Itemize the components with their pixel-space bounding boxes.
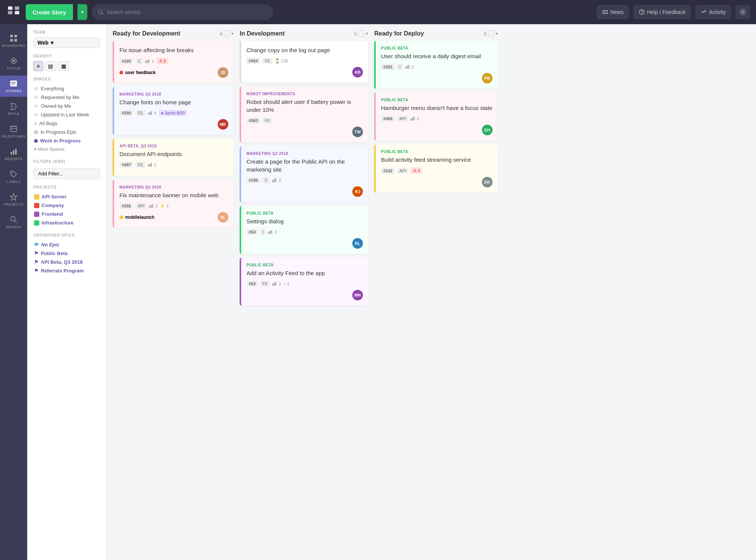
create-story-dropdown[interactable]: ▾ (77, 4, 87, 20)
space-item-owned[interactable]: ☆ Owned by Me (33, 102, 100, 110)
svg-rect-35 (149, 164, 150, 167)
bar-chart-icon (145, 59, 150, 63)
svg-rect-51 (408, 65, 409, 69)
project-item-frontend[interactable]: Frontend (33, 210, 100, 218)
sidebar: DASHBOARD STATUS STORIES EPICS MILESTONE… (0, 24, 27, 560)
sidebar-item-status[interactable]: STATUS (0, 53, 27, 74)
column-checkbox-dev[interactable] (358, 31, 364, 37)
card-daily-digest[interactable]: PUBLIC BETA User should receive a daily … (374, 41, 498, 89)
card-meta: #320 C 1 ⚠ 2 (119, 58, 228, 64)
svg-rect-11 (10, 39, 13, 42)
epic-item-referrals[interactable]: ⚑ Referrals Program (33, 266, 100, 275)
density-btn-list[interactable]: ≡ (33, 61, 43, 71)
svg-rect-2 (15, 6, 19, 10)
project-item-api-server[interactable]: API Server (33, 192, 100, 201)
card-hamburger-menu[interactable]: PUBLIC BETA Hamburger menu doesn't have … (374, 93, 498, 141)
card-footer: MK (119, 119, 228, 130)
column-header-deploy: Ready for Deploy 3 ▾ (374, 30, 498, 37)
more-spaces[interactable]: ▾ More Spaces (33, 145, 100, 153)
avatar: DK (482, 177, 493, 187)
svg-point-8 (742, 11, 744, 13)
spaces-section-title: SPACES (33, 77, 100, 81)
news-icon (602, 9, 608, 15)
epic-item-api-beta[interactable]: ⚑ API Beta, Q3 2018 (33, 258, 100, 266)
epics-section-title: UNFINISHED EPICS (33, 233, 100, 237)
sidebar-item-reports[interactable]: REPORTS (0, 144, 27, 165)
bar-chart-icon (149, 204, 154, 208)
space-item-updated[interactable]: ☆ Updated in Last Week (33, 110, 100, 119)
logo[interactable] (6, 5, 21, 20)
avatar: SL (218, 212, 228, 223)
svg-rect-47 (274, 283, 275, 286)
sidebar-item-dashboard[interactable]: DASHBOARD (0, 30, 27, 51)
space-item-requested[interactable]: ☆ Requested by Me (33, 93, 100, 102)
epic-item-no-epic[interactable]: 👁 No Epic (33, 240, 100, 249)
sidebar-item-search[interactable]: SEARCH (0, 212, 27, 233)
svg-rect-43 (268, 232, 269, 234)
svg-rect-52 (411, 118, 412, 121)
team-selector[interactable]: Web ▾ (33, 37, 100, 48)
card-footer: TW (246, 127, 363, 137)
help-label: Help / Feedback (647, 9, 686, 15)
column-ready-for-development: Ready for Development 4 ▾ Fix issue affe… (113, 30, 234, 554)
svg-rect-44 (270, 231, 271, 234)
activity-button[interactable]: Activity (696, 5, 731, 19)
card-create-api-page[interactable]: MARKETING Q3 2018 Create a page for the … (240, 146, 368, 202)
filters-panel: TEAM Web ▾ DENSITY ≡ ▤ ▦ SPACES ☆ Everyt… (27, 24, 107, 560)
svg-rect-48 (275, 282, 276, 286)
news-button[interactable]: News (597, 5, 629, 19)
add-filter-button[interactable]: Add Filter... (33, 168, 100, 179)
news-label: News (610, 9, 624, 15)
settings-button[interactable] (736, 5, 750, 19)
top-navigation: Create Story ▾ News ? Help / Feedback Ac… (0, 0, 756, 24)
card-activity-feed[interactable]: PUBLIC BETA Add an Activity Feed to the … (240, 258, 368, 306)
search-input[interactable] (107, 9, 267, 15)
card-footer: MN (246, 290, 363, 300)
space-item-progress-epic[interactable]: ⊙ In Progress Epic (33, 128, 100, 136)
svg-rect-41 (274, 179, 275, 182)
card-fix-line-breaks[interactable]: Fix issue affecting line breaks #320 C 1… (113, 41, 234, 83)
sidebar-item-labels[interactable]: LABELS (0, 166, 27, 187)
card-robot[interactable]: ROBOT IMPROVEMENTS Robot should alert us… (240, 87, 368, 142)
svg-rect-45 (271, 230, 272, 234)
density-btn-medium[interactable]: ▤ (45, 61, 56, 71)
create-story-button[interactable]: Create Story (26, 4, 73, 20)
svg-rect-15 (10, 80, 17, 87)
column-checkbox-deploy[interactable] (488, 31, 494, 37)
space-item-everything[interactable]: ☆ Everything (33, 84, 100, 93)
bar-chart-icon (405, 65, 411, 69)
svg-rect-53 (412, 118, 413, 121)
svg-rect-10 (14, 35, 17, 37)
card-settings-dialog[interactable]: PUBLIC BETA Settings dialog #54 I 2 KL (240, 206, 368, 254)
card-footer: KL (246, 238, 363, 249)
bar-chart-icon (148, 111, 153, 115)
card-footer: mobilelaunch SL (119, 212, 228, 223)
space-item-work-in-progress[interactable]: Work in Progress (33, 136, 100, 145)
column-header-dev: In Development 5 ▾ (240, 30, 368, 37)
column-checkbox-ready[interactable] (224, 31, 230, 37)
avatar: PB (482, 73, 493, 84)
space-item-bugs[interactable]: ○ All Bugs (33, 119, 100, 128)
card-meta: #469 API 2 (381, 116, 493, 122)
card-document-api[interactable]: API BETA, Q3 2018 Document API endpoints… (113, 139, 234, 176)
card-fix-banner[interactable]: MARKETING Q3 2018 Fix maintenance banner… (113, 180, 234, 228)
help-button[interactable]: ? Help / Feedback (634, 5, 691, 19)
svg-rect-34 (148, 164, 149, 167)
sidebar-item-projects[interactable]: PROJECTS (0, 189, 27, 210)
card-change-fonts[interactable]: MARKETING Q3 2018 Change fonts on home p… (113, 87, 234, 135)
svg-rect-50 (407, 66, 408, 69)
epic-item-public-beta[interactable]: ⚑ Public Beta (33, 249, 100, 258)
project-item-company[interactable]: Company (33, 201, 100, 210)
column-cards-ready: Fix issue affecting line breaks #320 C 1… (113, 41, 234, 228)
card-change-copy[interactable]: Change copy on the log out page #454 FE … (240, 41, 368, 83)
main-layout: DASHBOARD STATUS STORIES EPICS MILESTONE… (0, 24, 756, 560)
svg-rect-40 (272, 180, 273, 182)
project-item-infrastructure[interactable]: Infrastructure (33, 218, 100, 227)
card-meta: #563 FE (246, 118, 363, 124)
card-build-activity[interactable]: PUBLIC BETA Build activity feed streamin… (374, 144, 498, 193)
sidebar-item-milestones[interactable]: MILESTONES (0, 121, 27, 142)
density-btn-compact[interactable]: ▦ (58, 61, 70, 71)
sidebar-item-epics[interactable]: EPICS (0, 98, 27, 119)
svg-rect-22 (11, 152, 12, 155)
sidebar-item-stories[interactable]: STORIES (0, 76, 27, 97)
